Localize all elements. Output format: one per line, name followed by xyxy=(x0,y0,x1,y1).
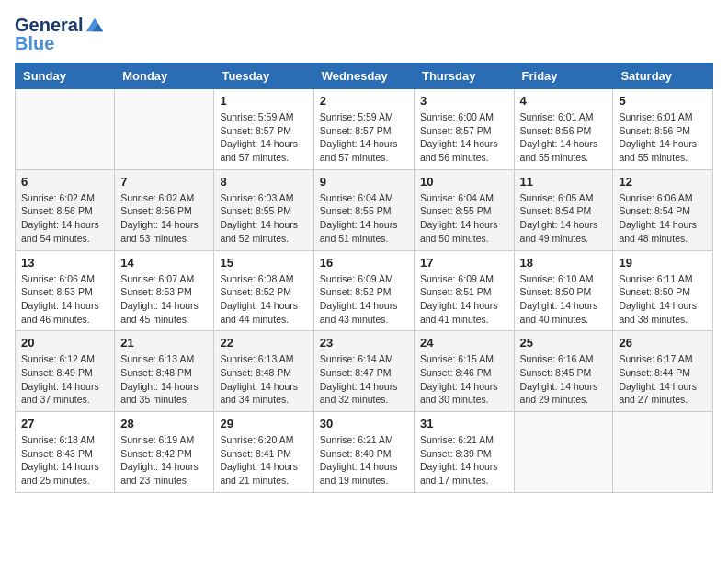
day-info: Sunrise: 6:01 AMSunset: 8:56 PMDaylight:… xyxy=(619,110,707,165)
logo-icon xyxy=(85,15,105,35)
calendar-cell: 17Sunrise: 6:09 AMSunset: 8:51 PMDayligh… xyxy=(414,250,514,331)
calendar-cell xyxy=(16,89,115,170)
day-info: Sunrise: 6:08 AMSunset: 8:52 PMDaylight:… xyxy=(220,272,307,327)
day-number: 19 xyxy=(619,256,707,270)
day-info: Sunrise: 6:20 AMSunset: 8:41 PMDaylight:… xyxy=(220,433,307,488)
calendar-cell: 30Sunrise: 6:21 AMSunset: 8:40 PMDayligh… xyxy=(313,412,414,493)
day-info: Sunrise: 6:05 AMSunset: 8:54 PMDaylight:… xyxy=(520,191,608,246)
weekday-header: Sunday xyxy=(16,63,115,89)
calendar-cell: 18Sunrise: 6:10 AMSunset: 8:50 PMDayligh… xyxy=(514,250,613,331)
calendar-cell: 19Sunrise: 6:11 AMSunset: 8:50 PMDayligh… xyxy=(613,250,713,331)
day-number: 20 xyxy=(21,336,108,350)
day-number: 8 xyxy=(220,175,307,189)
day-info: Sunrise: 6:21 AMSunset: 8:40 PMDaylight:… xyxy=(320,433,408,488)
day-info: Sunrise: 6:21 AMSunset: 8:39 PMDaylight:… xyxy=(420,433,508,488)
calendar-week-row: 1Sunrise: 5:59 AMSunset: 8:57 PMDaylight… xyxy=(16,89,713,170)
day-info: Sunrise: 6:13 AMSunset: 8:48 PMDaylight:… xyxy=(220,352,307,407)
day-info: Sunrise: 6:03 AMSunset: 8:55 PMDaylight:… xyxy=(220,191,307,246)
day-number: 28 xyxy=(120,417,208,431)
calendar-cell: 29Sunrise: 6:20 AMSunset: 8:41 PMDayligh… xyxy=(214,412,313,493)
calendar-cell: 9Sunrise: 6:04 AMSunset: 8:55 PMDaylight… xyxy=(313,169,414,250)
day-info: Sunrise: 6:02 AMSunset: 8:56 PMDaylight:… xyxy=(21,191,108,246)
weekday-header: Monday xyxy=(115,63,214,89)
logo-text-general: General xyxy=(15,15,83,35)
calendar-cell: 3Sunrise: 6:00 AMSunset: 8:57 PMDaylight… xyxy=(414,89,514,170)
day-info: Sunrise: 6:15 AMSunset: 8:46 PMDaylight:… xyxy=(420,352,508,407)
day-number: 26 xyxy=(619,336,707,350)
weekday-header: Friday xyxy=(514,63,613,89)
calendar-cell: 4Sunrise: 6:01 AMSunset: 8:56 PMDaylight… xyxy=(514,89,613,170)
calendar-cell: 21Sunrise: 6:13 AMSunset: 8:48 PMDayligh… xyxy=(115,331,214,412)
day-number: 7 xyxy=(120,175,208,189)
calendar-cell: 15Sunrise: 6:08 AMSunset: 8:52 PMDayligh… xyxy=(214,250,313,331)
day-number: 13 xyxy=(21,256,108,270)
calendar-week-row: 20Sunrise: 6:12 AMSunset: 8:49 PMDayligh… xyxy=(16,331,713,412)
day-number: 6 xyxy=(21,175,108,189)
day-number: 16 xyxy=(320,256,408,270)
day-info: Sunrise: 6:04 AMSunset: 8:55 PMDaylight:… xyxy=(420,191,508,246)
calendar-cell: 31Sunrise: 6:21 AMSunset: 8:39 PMDayligh… xyxy=(414,412,514,493)
day-number: 23 xyxy=(320,336,408,350)
calendar-header-row: SundayMondayTuesdayWednesdayThursdayFrid… xyxy=(16,63,713,89)
day-info: Sunrise: 6:06 AMSunset: 8:53 PMDaylight:… xyxy=(21,272,108,327)
calendar-cell xyxy=(514,412,613,493)
calendar-cell: 5Sunrise: 6:01 AMSunset: 8:56 PMDaylight… xyxy=(613,89,713,170)
day-info: Sunrise: 6:02 AMSunset: 8:56 PMDaylight:… xyxy=(120,191,208,246)
day-number: 30 xyxy=(320,417,408,431)
calendar-cell: 22Sunrise: 6:13 AMSunset: 8:48 PMDayligh… xyxy=(214,331,313,412)
calendar-cell: 14Sunrise: 6:07 AMSunset: 8:53 PMDayligh… xyxy=(115,250,214,331)
calendar-week-row: 27Sunrise: 6:18 AMSunset: 8:43 PMDayligh… xyxy=(16,412,713,493)
day-info: Sunrise: 6:04 AMSunset: 8:55 PMDaylight:… xyxy=(320,191,408,246)
day-info: Sunrise: 6:13 AMSunset: 8:48 PMDaylight:… xyxy=(120,352,208,407)
day-info: Sunrise: 6:16 AMSunset: 8:45 PMDaylight:… xyxy=(520,352,608,407)
calendar-cell: 24Sunrise: 6:15 AMSunset: 8:46 PMDayligh… xyxy=(414,331,514,412)
day-number: 10 xyxy=(420,175,508,189)
day-number: 9 xyxy=(320,175,408,189)
day-number: 11 xyxy=(520,175,608,189)
calendar-cell: 16Sunrise: 6:09 AMSunset: 8:52 PMDayligh… xyxy=(313,250,414,331)
day-number: 24 xyxy=(420,336,508,350)
day-number: 5 xyxy=(619,94,707,108)
day-info: Sunrise: 6:01 AMSunset: 8:56 PMDaylight:… xyxy=(520,110,608,165)
day-number: 2 xyxy=(320,94,408,108)
calendar-cell xyxy=(115,89,214,170)
calendar-cell: 28Sunrise: 6:19 AMSunset: 8:42 PMDayligh… xyxy=(115,412,214,493)
calendar-cell xyxy=(613,412,713,493)
day-number: 18 xyxy=(520,256,608,270)
day-info: Sunrise: 6:10 AMSunset: 8:50 PMDaylight:… xyxy=(520,272,608,327)
day-number: 3 xyxy=(420,94,508,108)
day-number: 29 xyxy=(220,417,307,431)
calendar-week-row: 13Sunrise: 6:06 AMSunset: 8:53 PMDayligh… xyxy=(16,250,713,331)
calendar-cell: 8Sunrise: 6:03 AMSunset: 8:55 PMDaylight… xyxy=(214,169,313,250)
calendar-cell: 6Sunrise: 6:02 AMSunset: 8:56 PMDaylight… xyxy=(16,169,115,250)
day-info: Sunrise: 6:00 AMSunset: 8:57 PMDaylight:… xyxy=(420,110,508,165)
day-number: 4 xyxy=(520,94,608,108)
day-number: 17 xyxy=(420,256,508,270)
logo: General Blue xyxy=(15,15,105,53)
weekday-header: Saturday xyxy=(613,63,713,89)
day-info: Sunrise: 6:09 AMSunset: 8:52 PMDaylight:… xyxy=(320,272,408,327)
day-info: Sunrise: 6:11 AMSunset: 8:50 PMDaylight:… xyxy=(619,272,707,327)
day-info: Sunrise: 5:59 AMSunset: 8:57 PMDaylight:… xyxy=(220,110,307,165)
day-info: Sunrise: 6:09 AMSunset: 8:51 PMDaylight:… xyxy=(420,272,508,327)
calendar-week-row: 6Sunrise: 6:02 AMSunset: 8:56 PMDaylight… xyxy=(16,169,713,250)
day-info: Sunrise: 6:12 AMSunset: 8:49 PMDaylight:… xyxy=(21,352,108,407)
logo-text-blue: Blue xyxy=(15,33,54,53)
weekday-header: Wednesday xyxy=(313,63,414,89)
day-info: Sunrise: 6:07 AMSunset: 8:53 PMDaylight:… xyxy=(120,272,208,327)
day-number: 12 xyxy=(619,175,707,189)
calendar-cell: 27Sunrise: 6:18 AMSunset: 8:43 PMDayligh… xyxy=(16,412,115,493)
calendar-cell: 20Sunrise: 6:12 AMSunset: 8:49 PMDayligh… xyxy=(16,331,115,412)
day-number: 22 xyxy=(220,336,307,350)
day-number: 15 xyxy=(220,256,307,270)
day-number: 31 xyxy=(420,417,508,431)
calendar-cell: 1Sunrise: 5:59 AMSunset: 8:57 PMDaylight… xyxy=(214,89,313,170)
page-header: General Blue xyxy=(15,15,713,53)
calendar-cell: 11Sunrise: 6:05 AMSunset: 8:54 PMDayligh… xyxy=(514,169,613,250)
calendar-cell: 26Sunrise: 6:17 AMSunset: 8:44 PMDayligh… xyxy=(613,331,713,412)
weekday-header: Tuesday xyxy=(214,63,313,89)
day-number: 21 xyxy=(120,336,208,350)
weekday-header: Thursday xyxy=(414,63,514,89)
day-number: 25 xyxy=(520,336,608,350)
day-info: Sunrise: 6:06 AMSunset: 8:54 PMDaylight:… xyxy=(619,191,707,246)
